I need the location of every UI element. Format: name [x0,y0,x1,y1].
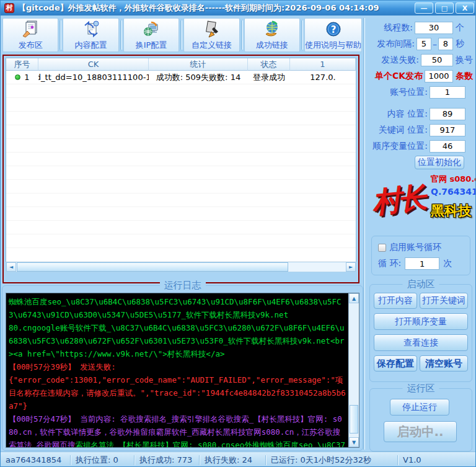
horizontal-scroll-thumb[interactable] [17,262,288,272]
statusbar-item-0: aa764341854 [1,455,70,465]
toolbar-button-customlink[interactable]: 自定义链接 [183,18,239,52]
toolbar-button-help[interactable]: ?使用说明与帮助 [304,18,362,52]
column-header-2[interactable]: 统计 [149,58,248,71]
scroll-up-icon[interactable]: ▲ [349,293,359,303]
window-title: 【gitcode】外推发帖软件，外推软件谷歌收录排名------软件到期时间为:… [18,2,413,14]
empty-row [6,221,356,234]
loop-count-label: 循 环: [378,258,401,269]
toolbar-separator [120,20,122,50]
column-header-0[interactable]: 序号 [6,58,38,71]
toolbar-button-label: 成功链接 [256,40,288,51]
toolbar: 发布区内容配置换IP配置自定义链接成功链接?使用说明与帮助 [2,17,363,53]
thread-count-input[interactable] [415,22,453,34]
view-links-button[interactable]: 查看连接 [374,334,468,351]
toolbar-button-content[interactable]: 内容配置 [63,18,118,52]
empty-row [6,139,356,153]
log-line: 80.cngoogle账号软件下载_\u8C37\u6B4C\u6838\u5F… [9,321,346,360]
publish-doc-icon [21,19,40,39]
cell-3: 登录成功 [248,72,290,83]
content-pos-input[interactable] [430,108,465,120]
toolbar-button-label: 换IP配置 [136,40,167,51]
open-content-button[interactable]: 打开内容 [374,293,417,309]
order-pos-label: 顺序变量位置: [368,141,430,152]
interval-unit: 秒 [453,38,473,50]
toolbar-separator [241,20,243,50]
log-box[interactable]: 蜘蛛池百度seo_\u8C37\u6B4C\u6838\u5FC3\u6743\… [6,293,359,448]
interval-max-input[interactable] [438,38,453,50]
account-pos-input[interactable] [430,86,465,99]
cell-seq: 1 [6,73,38,82]
keyword-pos-label: 关键词 位置: [368,125,430,136]
toolbar-button-label: 自定义链接 [192,40,232,51]
single-ck-unit: 条数 [453,71,473,82]
table-row[interactable]: 1uuid_tt_dd=10_18803111100-17...成功数: 509… [6,71,356,84]
order-pos-input[interactable] [430,140,465,153]
interval-dash: – [431,39,438,49]
toolbar-button-label: 发布区 [19,40,43,51]
change-ip-icon [142,19,161,39]
empty-row [6,180,356,193]
brand-subtitle: 黑科技 [431,202,475,220]
toolbar-button-label: 内容配置 [75,40,107,51]
save-config-button[interactable]: 保存配置 [374,355,417,371]
scroll-down-icon[interactable]: ▼ [349,437,359,447]
scroll-right-icon[interactable]: ► [346,262,356,272]
fail-switch-row: 发送失败: 换号 [368,53,473,66]
statusbar-item-2: 执行成功: 773 [134,455,199,466]
svg-text:?: ? [330,24,336,35]
column-header-1[interactable]: CK [38,58,149,71]
stop-run-button[interactable]: 停止运行 [390,399,449,416]
log-line: 【00时57分47秒】 当前内容: 谷歌搜索排名_搜索引擎排名谷歌搜索_【村长黑… [9,412,346,447]
brand-area: 村长 官网 s080.cn Q.764341854 黑科技 [366,170,475,234]
fail-switch-input[interactable] [421,54,453,66]
log-lines: 蜘蛛池百度seo_\u8C37\u6B4C\u6838\u5FC3\u6743\… [6,293,348,447]
loop-checkbox-label: 启用账号循环 [389,242,441,253]
vertical-scroll-thumb[interactable] [350,405,358,434]
single-ck-row: 单个CK发布 条数 [368,69,473,82]
log-line: 【00时57分39秒】 发送失败: [9,360,346,373]
column-header-3[interactable]: 状态 [248,58,290,71]
log-vertical-scrollbar[interactable]: ▲ ▼ [348,293,359,447]
empty-row [6,153,356,166]
status-dot-icon [15,74,20,80]
keyword-pos-row: 关键词 位置: [368,123,473,136]
loop-checkbox[interactable] [378,244,386,252]
toolbar-button-publish[interactable]: 发布区 [2,18,58,52]
clear-account-button[interactable]: 清空账号 [420,355,468,371]
loop-count-input[interactable] [405,257,439,270]
success-link-icon [263,19,281,39]
toolbar-button-ip[interactable]: 换IP配置 [123,18,179,52]
cell-1: uuid_tt_dd=10_18803111100-17... [38,73,149,82]
close-button[interactable]: X [456,2,474,14]
account-table[interactable]: 序号CK统计状态1 1uuid_tt_dd=10_18803111100-17.… [6,58,356,262]
empty-row [6,234,356,248]
scroll-left-icon[interactable]: ◄ [6,262,16,272]
maximize-button[interactable]: □ [435,2,454,14]
open-order-button[interactable]: 打开顺序变量 [374,313,468,330]
account-table-container: 序号CK统计状态1 1uuid_tt_dd=10_18803111100-17.… [2,55,359,283]
brand-logo: 村长 [363,169,433,235]
app-window: 村 【gitcode】外推发帖软件，外推软件谷歌收录排名------软件到期时间… [0,0,476,467]
single-ck-input[interactable] [425,70,453,82]
open-keyword-button[interactable]: 打开关键词 [420,293,468,309]
content-pos-label: 内容 位置: [368,109,430,120]
statusbar-item-5: V1.0 [398,455,476,465]
interval-min-input[interactable] [416,38,431,50]
fail-switch-label: 发送失败: [368,55,421,66]
toolbar-button-successlink[interactable]: 成功链接 [244,18,300,52]
statusbar-item-4: 已运行: 0天1小时52分32秒 [266,455,397,466]
keyword-pos-input[interactable] [430,124,465,136]
position-init-button[interactable]: 位置初始化 [415,156,464,169]
right-panel: 线程数: 个 发布间隔: – 秒 发送失败: 换号 单个CK发布 条数 [366,17,475,451]
statusbar-item-3: 执行失败: 24 [200,455,265,466]
empty-row [6,112,356,125]
panel-divider [363,18,365,450]
column-header-4[interactable]: 1 [290,58,356,71]
empty-row [6,84,356,98]
minimize-button[interactable]: — [415,2,433,14]
start-button[interactable]: 启动中.. [384,421,457,442]
horizontal-scrollbar[interactable]: ◄ ► [6,262,356,272]
status-bar: aa764341854执行位置: 0执行成功: 773执行失败: 24已运行: … [1,451,476,467]
single-ck-label: 单个CK发布 [368,71,425,82]
help-icon: ? [324,19,343,39]
